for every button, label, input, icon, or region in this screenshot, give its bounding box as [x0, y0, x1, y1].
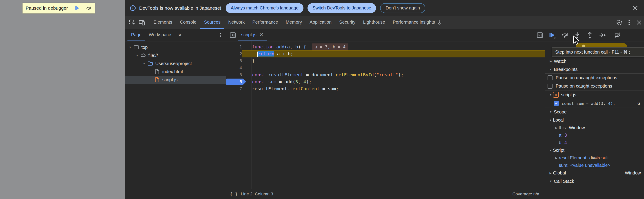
tree-item-users-user-project[interactable]: ▼Users/user/project — [125, 59, 226, 68]
tab-application[interactable]: Application — [306, 16, 335, 29]
tab-performance[interactable]: Performance — [248, 16, 282, 29]
code-line-5[interactable]: 5const resultElement = document.getEleme… — [226, 71, 545, 78]
line-number-7[interactable]: 7 — [226, 85, 242, 92]
breakpoint-file-group[interactable]: ▼<>script.js — [545, 91, 644, 99]
info-icon — [130, 5, 136, 11]
property-value-tag: div — [590, 155, 595, 160]
checkbox-row-pause-on-uncaught-exceptions[interactable]: Pause on uncaught exceptions — [545, 74, 644, 82]
code-editor[interactable]: 1function add(a, b) {a = 3, b = 42 retur… — [226, 41, 545, 189]
scope-group-local[interactable]: ▼Local — [545, 116, 644, 124]
devtools-close-icon[interactable] — [634, 16, 644, 29]
tab-sources[interactable]: Sources — [200, 16, 224, 29]
banner-step-over-button[interactable] — [83, 3, 95, 13]
tab-elements[interactable]: Elements — [150, 16, 176, 29]
tab-page[interactable]: Page — [128, 29, 145, 41]
tree-item-script-js[interactable]: script.js — [125, 76, 226, 84]
scope-prop-a[interactable]: a:3 — [545, 131, 644, 139]
chevron-down-icon[interactable]: ▼ — [135, 54, 139, 57]
tab-performance-insights[interactable]: Performance insights — [389, 16, 446, 29]
tab-lighthouse[interactable]: Lighthouse — [359, 16, 389, 29]
line-number-5[interactable]: 5 — [226, 71, 242, 78]
tree-item-index-html[interactable]: index.html — [125, 68, 226, 76]
scope-prop-resultelement[interactable]: ▶resultElement:div#result — [545, 154, 644, 162]
token-pl: ( — [284, 44, 287, 50]
code-line-1[interactable]: 1function add(a, b) {a = 3, b = 4 — [226, 44, 545, 50]
pretty-print-icon[interactable]: { } — [230, 191, 238, 196]
file-tab-scriptjs[interactable]: script.js ✕ — [238, 29, 267, 41]
chevron-down-icon[interactable]: ▼ — [142, 62, 146, 65]
code-line-content[interactable]: resultElement.textContent = sum; — [242, 85, 545, 92]
step-out-button[interactable] — [585, 30, 595, 40]
always-match-language-button[interactable]: Always match Chrome's language — [226, 3, 304, 13]
navigator-kebab-icon[interactable] — [216, 29, 226, 41]
code-line-content[interactable]: const resultElement = document.getElemen… — [242, 71, 545, 78]
section-call-stack[interactable]: ▼ Call Stack — [545, 177, 644, 185]
section-watch[interactable]: ▶ Watch — [545, 57, 644, 65]
toggle-navigator-panel-icon[interactable] — [228, 29, 238, 41]
property-value: 3 — [564, 133, 567, 138]
code-line-7[interactable]: 7resultElement.textContent = sum; — [226, 85, 545, 92]
scope-prop-this[interactable]: ▶this:Window — [545, 124, 644, 131]
tab-memory[interactable]: Memory — [282, 16, 306, 29]
scope-prop-b[interactable]: b:4 — [545, 139, 644, 146]
tab-network[interactable]: Network — [224, 16, 248, 29]
checkbox-unchecked[interactable] — [548, 75, 552, 80]
code-line-3[interactable]: 3} — [226, 57, 545, 64]
chevron-down-icon[interactable]: ▼ — [128, 46, 132, 49]
kebab-menu-icon[interactable] — [624, 16, 634, 29]
code-line-content[interactable] — [242, 64, 545, 71]
code-line-2[interactable]: 2 return a + b; — [226, 50, 545, 57]
toggle-debugger-sidebar-icon[interactable] — [535, 29, 545, 41]
tree-item-file-[interactable]: ▼file:// — [125, 51, 226, 59]
tab-workspace[interactable]: Workspace — [145, 29, 175, 41]
scope-group-script[interactable]: ▼Script — [545, 146, 644, 154]
resume-button[interactable] — [547, 30, 557, 40]
chevron-down-icon[interactable]: ▼ — [548, 119, 553, 122]
line-number-2[interactable]: 2 — [226, 50, 242, 57]
tab-security[interactable]: Security — [335, 16, 359, 29]
settings-gear-icon[interactable] — [614, 16, 624, 29]
code-line-4[interactable]: 4 — [226, 64, 545, 71]
deactivate-breakpoints-button[interactable] — [612, 30, 622, 40]
line-number-3[interactable]: 3 — [226, 57, 242, 64]
dont-show-again-button[interactable]: Don't show again — [380, 3, 425, 13]
code-line-6[interactable]: 6const sum = add(3, 4); — [226, 78, 545, 85]
inspect-element-icon[interactable] — [127, 16, 137, 29]
checkbox-unchecked[interactable] — [548, 84, 552, 89]
code-line-content[interactable]: const sum = add(3, 4); — [242, 78, 545, 85]
banner-resume-button[interactable] — [71, 3, 83, 13]
devtools-tabbar: ElementsConsoleSourcesNetworkPerformance… — [125, 16, 644, 29]
file-tab-label: script.js — [241, 32, 256, 37]
file-tab-close-icon[interactable]: ✕ — [259, 32, 264, 38]
step-over-button[interactable] — [560, 30, 570, 40]
property-value: Window — [569, 125, 585, 130]
step-button[interactable] — [598, 30, 607, 40]
colon: : — [567, 163, 569, 168]
breakpoint-badge-line-6[interactable]: 6 — [226, 78, 242, 85]
chevron-right-icon[interactable]: ▶ — [554, 126, 559, 129]
section-breakpoints[interactable]: ▼ Breakpoints — [545, 65, 644, 73]
code-line-content[interactable]: } — [242, 57, 545, 64]
execution-line-content[interactable]: return a + b; — [242, 50, 545, 57]
line-number-text: 6 — [240, 79, 242, 84]
line-number-1[interactable]: 1 — [226, 44, 242, 50]
chevron-right-icon[interactable]: ▶ — [554, 156, 559, 160]
chevron-down-icon[interactable]: ▼ — [548, 93, 553, 96]
breakpoint-checkbox[interactable]: ✓ — [554, 101, 559, 106]
code-line-content[interactable]: function add(a, b) {a = 3, b = 4 — [242, 44, 545, 50]
breakpoint-entry[interactable]: ✓const sum = add(3, 4);6 — [545, 99, 644, 108]
chevron-right-icon[interactable]: ▶ — [548, 171, 553, 175]
checkbox-row-pause-on-caught-exceptions[interactable]: Pause on caught exceptions — [545, 82, 644, 90]
scope-prop-sum[interactable]: sum:<value unavailable> — [545, 162, 644, 169]
section-scope[interactable]: ▼ Scope — [545, 108, 644, 116]
infobar-close-button[interactable] — [631, 4, 640, 12]
tree-item-top[interactable]: ▼top — [125, 43, 226, 51]
chevron-down-icon[interactable]: ▼ — [548, 149, 553, 152]
device-toolbar-icon[interactable] — [137, 16, 147, 29]
more-tabs-chevron[interactable]: » — [175, 29, 184, 41]
scope-group-global[interactable]: ▶GlobalWindow — [545, 169, 644, 177]
line-number-4[interactable]: 4 — [226, 64, 242, 71]
switch-devtools-japanese-button[interactable]: Switch DevTools to Japanese — [308, 3, 376, 13]
tab-label: Memory — [286, 20, 302, 25]
tab-console[interactable]: Console — [176, 16, 200, 29]
